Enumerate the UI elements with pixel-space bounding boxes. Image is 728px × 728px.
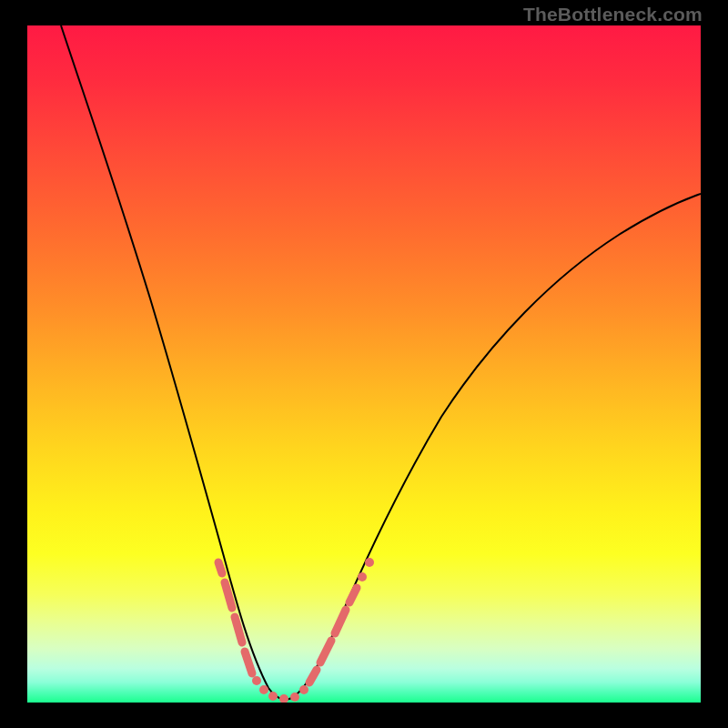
- highlight-segment-right: [335, 610, 346, 633]
- highlight-dot: [358, 572, 367, 581]
- highlight-dot: [279, 694, 288, 703]
- highlight-segment-right: [320, 641, 331, 662]
- highlight-segment-right: [309, 670, 317, 682]
- highlight-dot: [299, 685, 308, 694]
- highlight-segment-right: [349, 588, 357, 602]
- highlight-dot: [365, 558, 374, 567]
- chart-frame: TheBottleneck.com: [0, 0, 728, 728]
- plot-area: [27, 25, 701, 703]
- highlight-segment-left: [245, 652, 252, 673]
- highlight-segment-left: [218, 562, 222, 573]
- watermark-text: TheBottleneck.com: [523, 4, 703, 25]
- highlight-dot: [252, 676, 261, 685]
- highlight-dot: [259, 685, 268, 694]
- curve-svg: [27, 25, 701, 703]
- highlight-dot: [268, 692, 278, 701]
- highlight-segment-left: [225, 582, 232, 608]
- bottleneck-curve: [61, 25, 701, 700]
- highlight-segment-left: [235, 617, 242, 642]
- highlight-dot: [290, 693, 299, 702]
